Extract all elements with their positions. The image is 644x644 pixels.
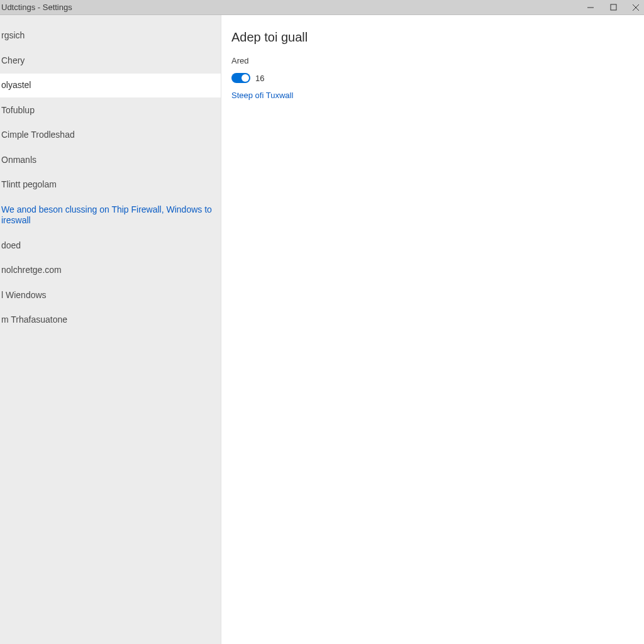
close-icon — [632, 4, 640, 11]
minimize-icon — [587, 4, 594, 11]
sidebar-item-olyastel[interactable]: olyastel — [0, 74, 221, 97]
page-subtitle: Ared — [231, 56, 634, 65]
svg-rect-1 — [611, 4, 616, 10]
close-button[interactable] — [630, 2, 641, 13]
toggle-row: 16 — [231, 73, 634, 83]
titlebar: Udtctings - Settings — [0, 0, 644, 15]
toggle-label: 16 — [255, 74, 264, 83]
sidebar-item-trhafasuatone[interactable]: m Trhafasuatone — [0, 308, 221, 332]
feature-toggle[interactable] — [231, 73, 250, 83]
sidebar-item-tlintt-pegolam[interactable]: Tlintt pegolam — [0, 173, 221, 197]
window-title: Udtctings - Settings — [1, 3, 72, 12]
sidebar: rgsich Chery olyastel Tofublup Cimple Tr… — [0, 15, 221, 644]
content-link[interactable]: Steep ofi Tuxwall — [231, 91, 634, 100]
sidebar-item-doed[interactable]: doed — [0, 234, 221, 258]
sidebar-item-wiendows[interactable]: l Wiendows — [0, 284, 221, 308]
content-area: Adep toi guall Ared 16 Steep ofi Tuxwall — [221, 15, 644, 644]
sidebar-item-nolchretge[interactable]: nolchretge.com — [0, 258, 221, 282]
sidebar-item-onmanls[interactable]: Onmanls — [0, 148, 221, 172]
page-title: Adep toi guall — [231, 30, 634, 45]
sidebar-item-firewall-link[interactable]: We anod beson clussing on Thip Firewall,… — [0, 198, 221, 233]
maximize-button[interactable] — [608, 2, 619, 13]
maximize-icon — [610, 4, 617, 11]
sidebar-item-rgsich[interactable]: rgsich — [0, 24, 221, 48]
minimize-button[interactable] — [585, 2, 596, 13]
toggle-knob-icon — [242, 74, 249, 82]
sidebar-item-tofublup[interactable]: Tofublup — [0, 99, 221, 123]
window-controls — [585, 0, 641, 14]
body-area: rgsich Chery olyastel Tofublup Cimple Tr… — [0, 15, 644, 644]
sidebar-item-cimple-trodleshad[interactable]: Cimple Trodleshad — [0, 123, 221, 147]
sidebar-item-chery[interactable]: Chery — [0, 49, 221, 73]
